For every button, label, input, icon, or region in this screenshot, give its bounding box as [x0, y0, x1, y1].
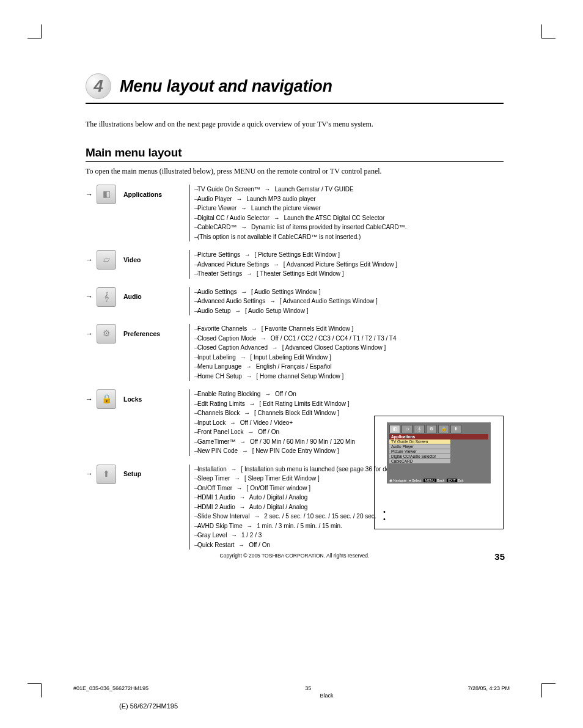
menu-item: Advanced Picture Settings → [ Advanced P… — [194, 260, 397, 270]
menu-item: New PIN Code → [ New PIN Code Entry Wind… — [194, 446, 355, 456]
menu-audio: →𝄞AudioAudio Settings → [ Audio Settings… — [86, 287, 504, 316]
menu-label: Preferences — [123, 329, 160, 339]
apps-icon: ◧ — [97, 185, 116, 204]
intro-text: The illustrations below and on the next … — [86, 120, 504, 129]
print-footer: #01E_035-036_566272HM195 35 7/28/05, 4:2… — [49, 685, 534, 710]
menu-item: Picture Settings → [ Picture Settings Ed… — [194, 250, 397, 260]
osd-item: TV Guide On Screen — [389, 439, 450, 444]
menu-item: Front Panel Lock → Off / On — [194, 427, 355, 437]
menu-item: Digital CC / Audio Selector → Launch the… — [194, 213, 407, 223]
menu-item: Closed Caption Mode → Off / CC1 / CC2 / … — [194, 334, 397, 344]
crop-mark — [541, 683, 556, 697]
arrow-icon: → — [86, 394, 93, 405]
menu-item: Channels Block → [ Channels Block Edit W… — [194, 408, 355, 418]
menu-item: Quick Restart → Off / On — [194, 540, 406, 550]
menu-item: Audio Player → Launch MP3 audio player — [194, 194, 407, 204]
osd-footer-item: MENU Back — [424, 479, 444, 482]
menu-item: Picture Viewer → Launch the picture view… — [194, 204, 407, 213]
menu-item: Gray Level → 1 / 2 / 3 — [194, 531, 406, 540]
menu-label: Locks — [123, 394, 142, 404]
crop-mark — [541, 24, 556, 39]
osd-footer-item: ◉ Navigate — [389, 479, 406, 482]
menu-item: Closed Caption Advanced → [ Advanced Clo… — [194, 343, 397, 353]
page-number: 35 — [494, 551, 505, 562]
osd-footer-item: ● Select — [409, 479, 421, 482]
menu-item: Enable Rating Blocking → Off / On — [194, 389, 355, 399]
menu-item: Edit Rating Limits → [ Edit Rating Limit… — [194, 399, 355, 409]
preferences-icon: ⚙ — [97, 324, 116, 344]
setup-icon: ⬆ — [97, 465, 116, 484]
menu-item: Menu Language → English / Français / Esp… — [194, 362, 397, 372]
copyright: Copyright © 2005 TOSHIBA CORPORATION. Al… — [86, 553, 504, 559]
osd-tab: ⬆ — [450, 425, 461, 433]
osd-footer-item: EXIT Exit — [447, 479, 463, 482]
osd-tab: 🔒 — [438, 425, 449, 433]
menu-item: Advanced Audio Settings → [ Advanced Aud… — [194, 296, 378, 306]
menu-label: Applications — [123, 189, 162, 199]
menu-video: →▱VideoPicture Settings → [ Picture Sett… — [86, 250, 504, 279]
menu-item: Home CH Setup → [ Home channel Setup Win… — [194, 372, 397, 381]
menu-item: CableCARD™ → Dynamic list of items provi… — [194, 222, 407, 232]
menu-item: GameTimer™ → Off / 30 Min / 60 Min / 90 … — [194, 437, 355, 447]
video-icon: ▱ — [97, 250, 116, 270]
arrow-icon: → — [86, 254, 93, 266]
menu-label: Video — [123, 255, 141, 265]
locks-icon: 🔒 — [97, 389, 116, 409]
osd-item: Picture Viewer — [389, 449, 450, 454]
chapter-number-badge: 4 — [86, 73, 111, 99]
audio-icon: 𝄞 — [97, 287, 116, 307]
chapter-title: Menu layout and navigation — [120, 77, 332, 96]
osd-item: CableCARD — [389, 459, 450, 463]
menu-label: Setup — [123, 469, 141, 479]
menu-item: Theater Settings → [ Theater Settings Ed… — [194, 269, 397, 279]
osd-tab: 𝄞 — [414, 425, 425, 433]
menu-applications: →◧ApplicationsTV Guide On Screen™ → Laun… — [86, 185, 504, 241]
menu-item: TV Guide On Screen™ → Launch Gemstar / T… — [194, 185, 407, 194]
osd-item: Digital CC/Audio Selector — [389, 454, 450, 458]
arrow-icon: → — [86, 468, 93, 480]
menu-label: Audio — [123, 292, 142, 301]
osd-preview-box: ◧▱𝄞⚙🔒⬆ Applications TV Guide On ScreenAu… — [374, 416, 504, 529]
menu-item: Favorite Channels → [ Favorite Channels … — [194, 324, 397, 334]
menu-note: (This option is not available if CableCA… — [194, 232, 407, 242]
osd-tab: ▱ — [402, 425, 413, 433]
osd-category: Applications — [389, 434, 488, 439]
arrow-icon: → — [86, 328, 93, 340]
osd-tab: ◧ — [389, 425, 400, 433]
osd-tab: ⚙ — [426, 425, 437, 433]
menu-item: Input Labeling → [ Input Labeling Edit W… — [194, 353, 397, 362]
menu-item: Input Lock → Off / Video / Video+ — [194, 418, 355, 428]
crop-mark — [28, 24, 42, 39]
crop-mark — [28, 683, 42, 697]
menu-preferences: →⚙PreferencesFavorite Channels → [ Favor… — [86, 324, 504, 381]
osd-item: Audio Player — [389, 444, 450, 449]
menu-item: Audio Setup → [ Audio Setup Window ] — [194, 306, 378, 316]
arrow-icon: → — [86, 291, 93, 303]
section-sub: To open the main menus (illustrated belo… — [86, 167, 504, 176]
section-heading: Main menu layout — [86, 146, 504, 162]
menu-item: Audio Settings → [ Audio Settings Window… — [194, 287, 378, 297]
arrow-icon: → — [86, 189, 93, 200]
